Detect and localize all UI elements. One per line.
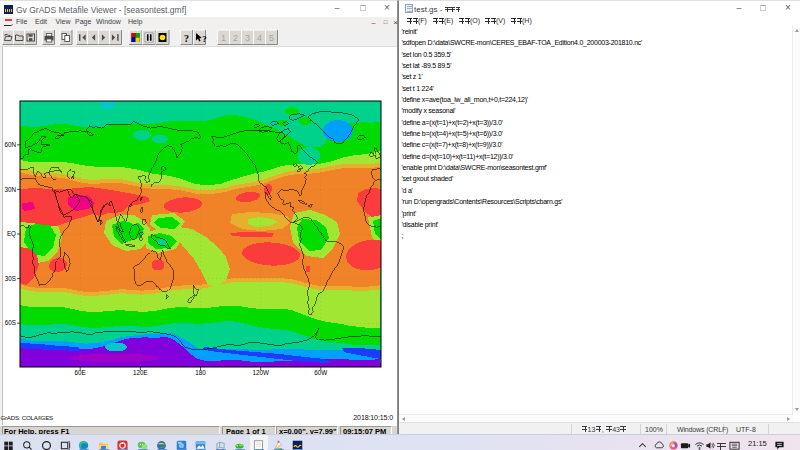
svg-text:4: 4 <box>257 33 262 43</box>
svg-text:180: 180 <box>195 369 206 376</box>
svg-text:60S: 60S <box>5 319 16 326</box>
svg-text:3: 3 <box>245 33 250 43</box>
svg-text:2: 2 <box>233 33 238 43</box>
svg-text:1: 1 <box>221 33 226 43</box>
svg-text:30N: 30N <box>4 186 16 193</box>
svg-text:60E: 60E <box>75 369 86 376</box>
svg-text:?: ? <box>184 33 189 44</box>
svg-text:60N: 60N <box>4 141 16 148</box>
svg-text:120W: 120W <box>252 369 269 376</box>
svg-text:60W: 60W <box>314 369 327 376</box>
svg-text:30S: 30S <box>5 275 16 282</box>
svg-text:5: 5 <box>269 33 274 43</box>
svg-text:?: ? <box>202 34 207 44</box>
svg-text:EQ: EQ <box>7 230 16 238</box>
svg-text:120E: 120E <box>133 369 148 376</box>
